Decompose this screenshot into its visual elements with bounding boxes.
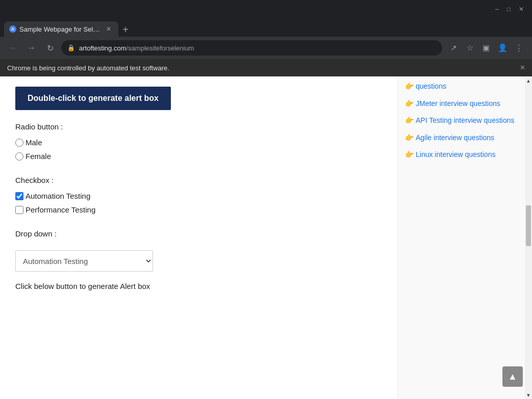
menu-button[interactable]: ⋮ [512, 41, 526, 55]
page-scrollbar[interactable]: ▲ ▼ [525, 76, 532, 399]
minimize-icon[interactable]: – [495, 6, 499, 13]
radio-female-input[interactable] [15, 152, 23, 161]
sidebar-emoji-3: 👉 [405, 116, 414, 124]
nav-bar: ← → ↻ 🔒 artoftesting.com/samplesiteforse… [0, 37, 532, 59]
reload-button[interactable]: ↻ [43, 41, 57, 55]
close-icon[interactable]: ✕ [519, 6, 524, 13]
sidebar: 👉questions 👉JMeter interview questions 👉… [397, 76, 525, 399]
sidebar-link-jmeter[interactable]: 👉JMeter interview questions [405, 99, 518, 109]
radio-male-label: Male [26, 138, 42, 147]
reading-mode-button[interactable]: ▣ [479, 41, 493, 55]
title-bar: – □ ✕ [0, 0, 532, 18]
sidebar-link-agile[interactable]: 👉Agile interview questions [405, 133, 518, 143]
dropdown-select[interactable]: Automation Testing Performance Testing M… [15, 250, 153, 272]
dropdown-label: Drop down : [15, 229, 382, 238]
sidebar-link-questions[interactable]: 👉questions [405, 82, 518, 92]
scrollbar-down-arrow[interactable]: ▼ [525, 391, 532, 399]
sidebar-emoji-2: 👉 [405, 99, 414, 108]
checkbox-section: Checkbox : Automation Testing Performanc… [15, 176, 382, 214]
lock-icon: 🔒 [67, 44, 75, 51]
browser-tab[interactable]: A Sample Webpage for Selenium A... ✕ [4, 21, 118, 37]
automation-notice-close[interactable]: × [520, 63, 525, 72]
account-button[interactable]: 👤 [495, 41, 510, 55]
radio-male[interactable]: Male [15, 138, 382, 147]
automation-notice-bar: Chrome is being controlled by automated … [0, 59, 532, 76]
radio-female-label: Female [26, 152, 51, 161]
scrollbar-up-arrow[interactable]: ▲ [525, 76, 532, 85]
radio-male-input[interactable] [15, 139, 23, 147]
sidebar-emoji-5: 👉 [405, 150, 414, 158]
checkbox-automation[interactable]: Automation Testing [15, 192, 382, 200]
checkbox-group: Automation Testing Performance Testing [15, 192, 382, 214]
url-display: artoftesting.com/samplesiteforselenium [79, 44, 194, 52]
radio-female[interactable]: Female [15, 152, 382, 161]
radio-group: Male Female [15, 138, 382, 161]
bookmark-button[interactable]: ☆ [463, 41, 477, 55]
address-bar[interactable]: 🔒 artoftesting.com/samplesiteforselenium [61, 40, 442, 56]
dropdown-section: Drop down : Automation Testing Performan… [15, 229, 382, 272]
radio-label: Radio button : [15, 122, 382, 131]
checkbox-automation-label: Automation Testing [26, 192, 90, 200]
checkbox-label: Checkbox : [15, 176, 382, 184]
radio-section: Radio button : Male Female [15, 122, 382, 161]
dblclick-button[interactable]: Double-click to generate alert box [15, 87, 171, 110]
tab-bar: A Sample Webpage for Selenium A... ✕ + [0, 18, 532, 37]
automation-notice-text: Chrome is being controlled by automated … [7, 64, 169, 72]
window-controls: – □ ✕ [495, 6, 528, 13]
back-button[interactable]: ← [6, 41, 20, 55]
main-content: Double-click to generate alert box Radio… [0, 76, 397, 399]
sidebar-link-api[interactable]: 👉API Testing interview questions [405, 116, 518, 126]
nav-actions: ↗ ☆ ▣ 👤 ⋮ [446, 41, 526, 55]
share-button[interactable]: ↗ [446, 41, 461, 55]
checkbox-performance-input[interactable] [15, 206, 23, 214]
tab-favicon: A [9, 25, 16, 33]
restore-icon[interactable]: □ [507, 6, 511, 13]
sidebar-link-linux[interactable]: 👉Linux interview questions [405, 150, 518, 160]
forward-button[interactable]: → [24, 41, 39, 55]
scroll-to-top-button[interactable]: ▲ [502, 366, 523, 387]
sidebar-emoji-1: 👉 [405, 82, 414, 90]
checkbox-performance[interactable]: Performance Testing [15, 205, 382, 214]
tab-title: Sample Webpage for Selenium A... [19, 25, 101, 33]
sidebar-emoji-4: 👉 [405, 134, 414, 142]
tab-close-button[interactable]: ✕ [104, 24, 113, 34]
scrollbar-thumb[interactable] [526, 205, 531, 246]
page-body: Double-click to generate alert box Radio… [0, 76, 532, 399]
checkbox-automation-input[interactable] [15, 192, 23, 200]
bottom-hint: Click below button to generate Alert box [15, 282, 382, 290]
checkbox-performance-label: Performance Testing [26, 205, 95, 214]
new-tab-button[interactable]: + [118, 22, 133, 37]
